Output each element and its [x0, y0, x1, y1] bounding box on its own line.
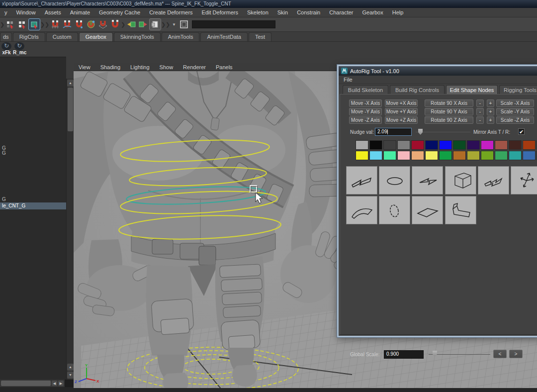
- color-swatch[interactable]: [397, 140, 410, 150]
- color-swatch[interactable]: [356, 151, 368, 160]
- snap-grid-magnet-icon[interactable]: [50, 19, 61, 30]
- color-swatch[interactable]: [523, 140, 536, 150]
- outliner-item-selected[interactable]: le_CNT_G: [0, 202, 66, 209]
- scale-next-button[interactable]: >: [509, 350, 523, 358]
- outliner-item[interactable]: G: [0, 196, 66, 203]
- outliner-item[interactable]: G: [0, 150, 66, 157]
- scroll-right-button[interactable]: ▶: [58, 381, 64, 386]
- shelf-tab-test[interactable]: Test: [249, 32, 271, 41]
- output-connections-icon[interactable]: [138, 19, 149, 30]
- nudge-slider-handle[interactable]: [418, 129, 423, 135]
- menu-modify-partial[interactable]: y: [0, 9, 12, 15]
- global-scale-slider-track[interactable]: [429, 354, 490, 355]
- shelf-tab-ds[interactable]: ds: [0, 32, 12, 41]
- rotate-y-plus-button[interactable]: +: [487, 108, 494, 115]
- color-swatch[interactable]: [397, 151, 410, 160]
- color-swatch[interactable]: [383, 151, 396, 160]
- menu-animate[interactable]: Animate: [66, 9, 94, 15]
- move-neg-x-button[interactable]: Move -X Axis: [349, 99, 382, 107]
- dropdown-caret-icon[interactable]: ▼: [171, 19, 178, 30]
- scroll-up-button[interactable]: ▲: [67, 364, 74, 371]
- menu-constrain[interactable]: Constrain: [292, 9, 325, 15]
- tab-edit-shape-nodes[interactable]: Edit Shape Nodes: [446, 85, 498, 95]
- toolbar-divider[interactable]: ❯: [166, 19, 170, 30]
- shape-cube-button[interactable]: [445, 166, 476, 195]
- menu-gearbox[interactable]: Gearbox: [358, 9, 388, 15]
- nudge-slider-track[interactable]: [416, 132, 470, 132]
- menu-skin[interactable]: Skin: [273, 9, 292, 15]
- rotate-x-minus-button[interactable]: -: [476, 99, 484, 107]
- color-swatch[interactable]: [453, 151, 466, 160]
- menu-create-deformers[interactable]: Create Deformers: [145, 9, 197, 15]
- color-swatch[interactable]: [411, 151, 424, 160]
- shelf-tab-rigctrls[interactable]: RigCtrls: [13, 32, 45, 41]
- scroll-down-button[interactable]: ▼: [67, 372, 74, 379]
- color-swatch[interactable]: [356, 140, 368, 150]
- mirror-axis-checkbox[interactable]: ✔: [518, 128, 525, 135]
- scroll-left-button[interactable]: ◀: [52, 381, 57, 386]
- outliner-horizontal-scrollbar[interactable]: ◀ ▶: [0, 380, 74, 387]
- nudge-val-input[interactable]: 2.09: [375, 128, 412, 136]
- color-swatch[interactable]: [495, 151, 508, 160]
- shelf-button-rmc[interactable]: ↻ R_mc: [13, 42, 26, 57]
- color-swatch[interactable]: [453, 140, 466, 150]
- color-swatch[interactable]: [439, 140, 452, 150]
- shape-flat-arrow-button[interactable]: [346, 166, 377, 195]
- shape-curved-plane-button[interactable]: [346, 196, 377, 224]
- color-swatch[interactable]: [481, 140, 494, 150]
- select-object-icon[interactable]: [17, 19, 28, 30]
- shape-ellipse-button[interactable]: [379, 166, 410, 195]
- rotate-90-y-button[interactable]: Rotate 90 Y Axis: [425, 108, 473, 115]
- menu-window[interactable]: Window: [12, 9, 40, 15]
- rotate-y-minus-button[interactable]: -: [476, 108, 484, 115]
- snap-center-magnet-icon[interactable]: [86, 19, 96, 30]
- rotate-z-minus-button[interactable]: -: [476, 116, 484, 124]
- shelf-tab-animtestdata[interactable]: AnimTestData: [200, 32, 247, 41]
- toolbar-divider[interactable]: ❯: [162, 19, 165, 30]
- move-neg-z-button[interactable]: Move -Z Axis: [349, 116, 382, 124]
- shape-flat-plane-button[interactable]: [412, 196, 443, 224]
- viewport-menu-shading[interactable]: Shading: [95, 64, 125, 70]
- toolbar-divider[interactable]: ❯: [0, 19, 4, 30]
- menu-character[interactable]: Character: [325, 9, 358, 15]
- shape-ring-button[interactable]: [379, 196, 410, 224]
- shelf-button-xfk[interactable]: ↻ xFk: [0, 42, 13, 57]
- snap-point-magnet-icon[interactable]: [74, 19, 85, 30]
- scale-prev-button[interactable]: <: [493, 350, 507, 358]
- shelf-tab-gearbox[interactable]: Gearbox: [79, 32, 113, 41]
- viewport-menu-renderer[interactable]: Renderer: [178, 64, 211, 70]
- rotate-90-x-button[interactable]: Rotate 90 X Axis: [425, 99, 473, 107]
- tab-build-rig-controls[interactable]: Build Rig Controls: [390, 85, 445, 95]
- tab-rigging-tools[interactable]: Rigging Tools: [499, 85, 537, 95]
- move-pos-x-button[interactable]: Move +X Axis: [385, 99, 418, 107]
- construction-history-icon[interactable]: [150, 19, 161, 30]
- color-swatch[interactable]: [411, 140, 424, 150]
- select-hierarchy-icon[interactable]: [5, 19, 16, 30]
- rotate-x-plus-button[interactable]: +: [487, 99, 494, 107]
- autorig-tool-window[interactable]: AutoRig Tool - v1.00 File Build Skeleton…: [337, 65, 537, 337]
- menu-edit-deformers[interactable]: Edit Deformers: [197, 9, 243, 15]
- global-scale-input[interactable]: 0.900: [384, 350, 424, 359]
- scrollbar-thumb[interactable]: [1, 381, 51, 386]
- shape-pointer-arrow-button[interactable]: [412, 166, 443, 195]
- scrollbar-thumb[interactable]: [68, 88, 73, 131]
- color-swatch[interactable]: [383, 140, 396, 150]
- toolbar-divider[interactable]: ❯: [45, 19, 49, 30]
- shape-cross-arrows-button[interactable]: [511, 166, 537, 195]
- make-live-magnet-icon[interactable]: [109, 19, 120, 30]
- input-connections-icon[interactable]: [126, 19, 137, 30]
- color-swatch[interactable]: [523, 151, 536, 160]
- snap-curve-magnet-icon[interactable]: [62, 19, 73, 30]
- color-swatch[interactable]: [425, 140, 438, 150]
- rotate-z-plus-button[interactable]: +: [487, 116, 494, 124]
- color-swatch[interactable]: [509, 140, 522, 150]
- shelf-tab-custom[interactable]: Custom: [46, 32, 78, 41]
- outliner-panel[interactable]: G G G le_CNT_G: [0, 57, 66, 380]
- color-swatch[interactable]: [369, 151, 382, 160]
- color-swatch[interactable]: [481, 151, 494, 160]
- rotate-90-z-button[interactable]: Rotate 90 Z Axis: [425, 116, 473, 124]
- tab-build-skeleton[interactable]: Build Skeleton: [343, 85, 388, 95]
- color-swatch[interactable]: [369, 140, 382, 150]
- quick-select-input[interactable]: [192, 20, 275, 28]
- toolbar-divider[interactable]: ❯: [41, 19, 44, 30]
